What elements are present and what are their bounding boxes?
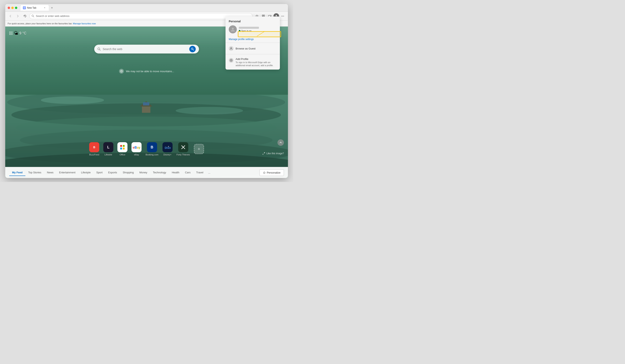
add-link-button[interactable]: +: [194, 144, 204, 154]
svg-point-15: [283, 16, 284, 16]
feed-tab-my-feed[interactable]: My Feed: [9, 169, 25, 176]
weather-widget[interactable]: 🌤 9 °C: [9, 30, 26, 36]
quick-links: B BuzzFeed L Lifewire: [89, 142, 204, 156]
like-image[interactable]: Like this image?: [262, 152, 284, 155]
address-search-icon: [31, 15, 34, 17]
tab-close-button[interactable]: ×: [43, 6, 46, 9]
search-container: [94, 45, 199, 54]
profile-divider-2: [225, 54, 280, 54]
buzzfeed-label: BuzzFeed: [89, 153, 99, 156]
lifewire-icon: L: [103, 142, 113, 152]
feed-tab-travel[interactable]: Travel: [193, 169, 206, 176]
browse-guest-icon: [229, 46, 234, 51]
svg-point-40: [121, 72, 122, 72]
personalize-label: Personalize: [267, 171, 281, 174]
add-link-icon: +: [198, 146, 200, 152]
favorites-bar-text: For quick access, place your favourites …: [8, 22, 72, 25]
search-submit-button[interactable]: [189, 46, 196, 52]
svg-line-4: [33, 16, 34, 17]
profile-name-bar: [239, 27, 259, 29]
feed-tab-entertainment[interactable]: Entertainment: [56, 169, 78, 176]
svg-line-37: [193, 50, 194, 50]
feed-tab-sport[interactable]: Sport: [94, 169, 105, 176]
svg-point-13: [281, 16, 282, 16]
weather-icon: 🌤: [14, 30, 18, 36]
manage-profile-settings-link[interactable]: Manage profile settings: [225, 37, 280, 42]
search-input[interactable]: [103, 48, 187, 51]
svg-text:eBay: eBay: [133, 146, 140, 149]
forty-thieves-label: Forty Thieves: [177, 153, 190, 156]
copilot-icon: [119, 69, 124, 74]
svg-rect-7: [264, 15, 265, 16]
feed-tab-cars[interactable]: Cars: [182, 169, 193, 176]
add-quick-link[interactable]: +: [194, 144, 204, 154]
quick-link-buzzfeed[interactable]: B BuzzFeed: [89, 142, 99, 156]
quick-link-lifewire[interactable]: L Lifewire: [103, 142, 113, 156]
feed-tab-technology[interactable]: Technology: [150, 169, 169, 176]
svg-point-53: [232, 28, 234, 30]
feed-tab-health[interactable]: Health: [169, 169, 182, 176]
feed-tab-news[interactable]: News: [44, 169, 56, 176]
quick-link-booking[interactable]: B Booking.com: [146, 142, 158, 156]
profile-info: Sync is on: [239, 27, 277, 32]
quick-link-ebay[interactable]: eBay eBay: [131, 142, 142, 156]
svg-text:Disney: Disney: [165, 146, 171, 149]
profile-header: Personal Sync is on: [225, 17, 280, 37]
add-profile-section: Add Profile To sign in to Microsoft Edge…: [225, 55, 280, 70]
like-image-label: Like this image?: [266, 152, 284, 155]
quick-link-office[interactable]: Office: [117, 142, 127, 156]
svg-rect-45: [120, 148, 122, 149]
search-bar-icon: [97, 48, 101, 51]
weather-temperature: 9 °C: [19, 31, 26, 35]
minimize-button[interactable]: [11, 7, 14, 9]
add-profile-item[interactable]: Add Profile To sign in to Microsoft Edge…: [229, 57, 277, 67]
forward-button[interactable]: [15, 13, 21, 19]
personalize-icon: [263, 171, 266, 174]
profile-divider: [225, 43, 280, 43]
tab-label: New Tab: [27, 6, 36, 9]
personalize-button[interactable]: Personalize: [259, 169, 284, 176]
copilot-text: We may not be able to move mountains...: [126, 70, 174, 73]
address-bar[interactable]: Search or enter web address: [30, 13, 252, 19]
svg-rect-44: [123, 145, 125, 147]
active-tab[interactable]: New Tab ×: [21, 5, 49, 11]
close-button[interactable]: [8, 7, 10, 9]
svg-point-14: [282, 16, 283, 16]
feed-tab-top-stories[interactable]: Top Stories: [25, 169, 44, 176]
maximize-button[interactable]: [15, 7, 17, 9]
settings-more-button[interactable]: [280, 13, 285, 19]
feed-tab-money[interactable]: Money: [136, 169, 150, 176]
feed-tab-lifestyle[interactable]: Lifestyle: [78, 169, 94, 176]
buzzfeed-icon: B: [89, 142, 99, 152]
sync-status-label: Sync is on: [241, 29, 251, 32]
svg-rect-46: [123, 148, 125, 149]
traffic-lights: [8, 7, 17, 9]
browse-as-guest-item[interactable]: Browse as Guest: [225, 44, 280, 53]
refresh-button[interactable]: [22, 13, 28, 19]
feed-bar: My Feed Top Stories News Entertainment L…: [5, 167, 288, 178]
search-bar[interactable]: [94, 45, 199, 54]
feed-tab-shopping[interactable]: Shopping: [120, 169, 136, 176]
tab-area: New Tab × +: [21, 5, 285, 11]
title-bar: New Tab × +: [5, 4, 288, 12]
address-value: Search or enter web address: [36, 14, 69, 18]
office-label: Office: [120, 153, 125, 156]
feed-tab-esports[interactable]: Esports: [105, 169, 120, 176]
quick-link-forty-thieves[interactable]: Forty Thieves: [177, 142, 190, 156]
svg-rect-43: [120, 145, 122, 147]
copilot-message: We may not be able to move mountains...: [119, 69, 174, 74]
weather-dots: [9, 31, 12, 35]
booking-label: Booking.com: [146, 153, 158, 156]
quick-link-disney[interactable]: Disney + Disney+: [162, 142, 173, 156]
office-icon: [117, 142, 127, 152]
new-tab-button[interactable]: +: [50, 5, 54, 10]
sync-status: Sync is on: [239, 29, 277, 32]
svg-point-54: [231, 48, 232, 49]
scroll-up-button[interactable]: [278, 139, 284, 146]
forty-thieves-icon: [178, 142, 188, 152]
feed-more-button[interactable]: ...: [206, 169, 213, 176]
back-button[interactable]: [8, 13, 13, 19]
manage-favorites-link[interactable]: Manage favourites now: [73, 22, 96, 25]
profile-dropdown: Personal Sync is on Manage profile setti…: [225, 17, 280, 70]
ebay-label: eBay: [134, 153, 139, 156]
